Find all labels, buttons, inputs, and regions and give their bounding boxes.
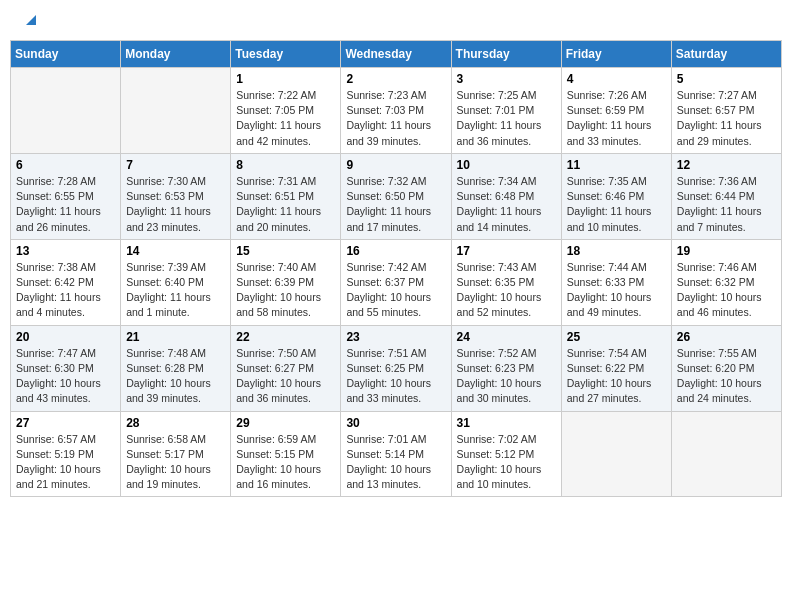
logo (20, 15, 38, 27)
day-info: Sunrise: 7:32 AM Sunset: 6:50 PM Dayligh… (346, 174, 445, 235)
weekday-header-thursday: Thursday (451, 41, 561, 68)
day-number: 7 (126, 158, 225, 172)
day-number: 1 (236, 72, 335, 86)
calendar-cell: 6Sunrise: 7:28 AM Sunset: 6:55 PM Daylig… (11, 153, 121, 239)
day-info: Sunrise: 7:46 AM Sunset: 6:32 PM Dayligh… (677, 260, 776, 321)
day-info: Sunrise: 7:01 AM Sunset: 5:14 PM Dayligh… (346, 432, 445, 493)
day-info: Sunrise: 7:34 AM Sunset: 6:48 PM Dayligh… (457, 174, 556, 235)
page-header (10, 10, 782, 32)
day-info: Sunrise: 7:22 AM Sunset: 7:05 PM Dayligh… (236, 88, 335, 149)
calendar-cell: 24Sunrise: 7:52 AM Sunset: 6:23 PM Dayli… (451, 325, 561, 411)
day-info: Sunrise: 7:52 AM Sunset: 6:23 PM Dayligh… (457, 346, 556, 407)
calendar-cell: 26Sunrise: 7:55 AM Sunset: 6:20 PM Dayli… (671, 325, 781, 411)
day-number: 10 (457, 158, 556, 172)
calendar-cell: 15Sunrise: 7:40 AM Sunset: 6:39 PM Dayli… (231, 239, 341, 325)
day-number: 12 (677, 158, 776, 172)
day-info: Sunrise: 7:44 AM Sunset: 6:33 PM Dayligh… (567, 260, 666, 321)
calendar-cell (121, 68, 231, 154)
calendar-cell (671, 411, 781, 497)
calendar-cell: 8Sunrise: 7:31 AM Sunset: 6:51 PM Daylig… (231, 153, 341, 239)
calendar-week-row: 27Sunrise: 6:57 AM Sunset: 5:19 PM Dayli… (11, 411, 782, 497)
calendar-cell: 17Sunrise: 7:43 AM Sunset: 6:35 PM Dayli… (451, 239, 561, 325)
day-info: Sunrise: 7:26 AM Sunset: 6:59 PM Dayligh… (567, 88, 666, 149)
day-info: Sunrise: 7:43 AM Sunset: 6:35 PM Dayligh… (457, 260, 556, 321)
calendar-cell: 5Sunrise: 7:27 AM Sunset: 6:57 PM Daylig… (671, 68, 781, 154)
day-number: 22 (236, 330, 335, 344)
weekday-header-saturday: Saturday (671, 41, 781, 68)
day-info: Sunrise: 6:57 AM Sunset: 5:19 PM Dayligh… (16, 432, 115, 493)
calendar-cell: 19Sunrise: 7:46 AM Sunset: 6:32 PM Dayli… (671, 239, 781, 325)
day-number: 13 (16, 244, 115, 258)
calendar-cell: 21Sunrise: 7:48 AM Sunset: 6:28 PM Dayli… (121, 325, 231, 411)
calendar-week-row: 6Sunrise: 7:28 AM Sunset: 6:55 PM Daylig… (11, 153, 782, 239)
day-number: 31 (457, 416, 556, 430)
day-number: 15 (236, 244, 335, 258)
calendar-cell: 29Sunrise: 6:59 AM Sunset: 5:15 PM Dayli… (231, 411, 341, 497)
calendar-week-row: 20Sunrise: 7:47 AM Sunset: 6:30 PM Dayli… (11, 325, 782, 411)
day-number: 14 (126, 244, 225, 258)
calendar-cell: 13Sunrise: 7:38 AM Sunset: 6:42 PM Dayli… (11, 239, 121, 325)
calendar-cell: 3Sunrise: 7:25 AM Sunset: 7:01 PM Daylig… (451, 68, 561, 154)
calendar-cell: 30Sunrise: 7:01 AM Sunset: 5:14 PM Dayli… (341, 411, 451, 497)
calendar-cell: 2Sunrise: 7:23 AM Sunset: 7:03 PM Daylig… (341, 68, 451, 154)
day-info: Sunrise: 6:58 AM Sunset: 5:17 PM Dayligh… (126, 432, 225, 493)
calendar-week-row: 13Sunrise: 7:38 AM Sunset: 6:42 PM Dayli… (11, 239, 782, 325)
day-number: 20 (16, 330, 115, 344)
calendar-cell: 23Sunrise: 7:51 AM Sunset: 6:25 PM Dayli… (341, 325, 451, 411)
day-info: Sunrise: 7:25 AM Sunset: 7:01 PM Dayligh… (457, 88, 556, 149)
calendar-cell: 7Sunrise: 7:30 AM Sunset: 6:53 PM Daylig… (121, 153, 231, 239)
calendar-cell: 16Sunrise: 7:42 AM Sunset: 6:37 PM Dayli… (341, 239, 451, 325)
day-info: Sunrise: 7:39 AM Sunset: 6:40 PM Dayligh… (126, 260, 225, 321)
day-number: 4 (567, 72, 666, 86)
calendar-cell: 25Sunrise: 7:54 AM Sunset: 6:22 PM Dayli… (561, 325, 671, 411)
day-info: Sunrise: 7:27 AM Sunset: 6:57 PM Dayligh… (677, 88, 776, 149)
day-info: Sunrise: 7:30 AM Sunset: 6:53 PM Dayligh… (126, 174, 225, 235)
calendar-cell: 18Sunrise: 7:44 AM Sunset: 6:33 PM Dayli… (561, 239, 671, 325)
day-info: Sunrise: 7:38 AM Sunset: 6:42 PM Dayligh… (16, 260, 115, 321)
calendar-cell: 14Sunrise: 7:39 AM Sunset: 6:40 PM Dayli… (121, 239, 231, 325)
calendar-cell: 12Sunrise: 7:36 AM Sunset: 6:44 PM Dayli… (671, 153, 781, 239)
weekday-header-row: SundayMondayTuesdayWednesdayThursdayFrid… (11, 41, 782, 68)
calendar-cell: 22Sunrise: 7:50 AM Sunset: 6:27 PM Dayli… (231, 325, 341, 411)
weekday-header-friday: Friday (561, 41, 671, 68)
calendar-cell: 20Sunrise: 7:47 AM Sunset: 6:30 PM Dayli… (11, 325, 121, 411)
day-info: Sunrise: 6:59 AM Sunset: 5:15 PM Dayligh… (236, 432, 335, 493)
day-info: Sunrise: 7:50 AM Sunset: 6:27 PM Dayligh… (236, 346, 335, 407)
day-number: 21 (126, 330, 225, 344)
day-number: 11 (567, 158, 666, 172)
day-info: Sunrise: 7:48 AM Sunset: 6:28 PM Dayligh… (126, 346, 225, 407)
weekday-header-tuesday: Tuesday (231, 41, 341, 68)
day-info: Sunrise: 7:54 AM Sunset: 6:22 PM Dayligh… (567, 346, 666, 407)
day-info: Sunrise: 7:28 AM Sunset: 6:55 PM Dayligh… (16, 174, 115, 235)
day-number: 18 (567, 244, 666, 258)
calendar-cell: 27Sunrise: 6:57 AM Sunset: 5:19 PM Dayli… (11, 411, 121, 497)
day-info: Sunrise: 7:23 AM Sunset: 7:03 PM Dayligh… (346, 88, 445, 149)
day-info: Sunrise: 7:55 AM Sunset: 6:20 PM Dayligh… (677, 346, 776, 407)
day-number: 9 (346, 158, 445, 172)
day-number: 17 (457, 244, 556, 258)
day-number: 2 (346, 72, 445, 86)
day-info: Sunrise: 7:35 AM Sunset: 6:46 PM Dayligh… (567, 174, 666, 235)
calendar-week-row: 1Sunrise: 7:22 AM Sunset: 7:05 PM Daylig… (11, 68, 782, 154)
day-info: Sunrise: 7:40 AM Sunset: 6:39 PM Dayligh… (236, 260, 335, 321)
day-info: Sunrise: 7:51 AM Sunset: 6:25 PM Dayligh… (346, 346, 445, 407)
calendar-cell: 1Sunrise: 7:22 AM Sunset: 7:05 PM Daylig… (231, 68, 341, 154)
calendar-cell: 31Sunrise: 7:02 AM Sunset: 5:12 PM Dayli… (451, 411, 561, 497)
day-number: 19 (677, 244, 776, 258)
logo-icon (22, 11, 38, 27)
day-info: Sunrise: 7:47 AM Sunset: 6:30 PM Dayligh… (16, 346, 115, 407)
weekday-header-sunday: Sunday (11, 41, 121, 68)
calendar-cell: 10Sunrise: 7:34 AM Sunset: 6:48 PM Dayli… (451, 153, 561, 239)
day-number: 8 (236, 158, 335, 172)
day-info: Sunrise: 7:31 AM Sunset: 6:51 PM Dayligh… (236, 174, 335, 235)
day-number: 24 (457, 330, 556, 344)
calendar-cell (11, 68, 121, 154)
weekday-header-monday: Monday (121, 41, 231, 68)
day-number: 5 (677, 72, 776, 86)
day-number: 26 (677, 330, 776, 344)
day-number: 29 (236, 416, 335, 430)
weekday-header-wednesday: Wednesday (341, 41, 451, 68)
day-info: Sunrise: 7:42 AM Sunset: 6:37 PM Dayligh… (346, 260, 445, 321)
day-number: 27 (16, 416, 115, 430)
day-number: 16 (346, 244, 445, 258)
